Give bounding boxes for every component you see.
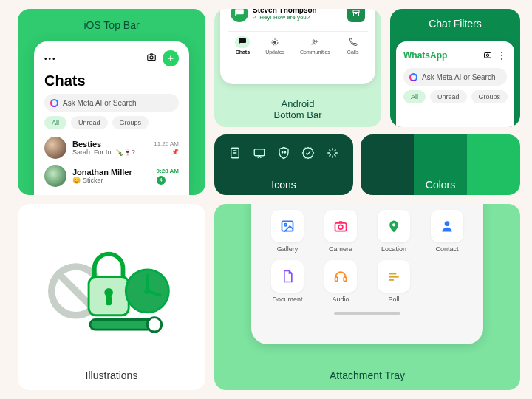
meta-ai-icon (409, 73, 417, 81)
chat-name: Steven Thompson (253, 9, 343, 14)
verified-badge-icon (301, 146, 315, 163)
attach-label: Poll (388, 296, 399, 303)
svg-point-23 (147, 318, 161, 332)
tab-communities[interactable]: Communities (300, 36, 330, 55)
tile-chat-filters: Chat Filters WhatsApp ⋮ Ask Meta AI or S… (390, 9, 520, 127)
attach-label: Document (272, 296, 302, 303)
attach-item-poll[interactable]: Poll (372, 260, 415, 303)
gallery-icon (271, 210, 304, 242)
svg-line-14 (60, 276, 92, 307)
filter-chips: All Unread Groups (403, 86, 507, 108)
chat-preview: 😊 Sticker (72, 177, 151, 184)
chat-popup-icon (253, 146, 266, 163)
attach-label: Audio (332, 296, 349, 303)
chip-unread[interactable]: Unread (71, 116, 108, 129)
chat-row[interactable]: Jonathan Miller 😊 Sticker 9:28 AM 4 (44, 162, 179, 190)
updates-icon (267, 36, 282, 48)
kebab-menu-icon[interactable]: ⋮ (497, 52, 507, 59)
app-brand: WhatsApp (403, 50, 447, 61)
attach-label: Location (381, 245, 406, 253)
tile-attachment-tray: GalleryCameraLocationContactDocumentAudi… (214, 204, 520, 390)
svg-rect-2 (353, 10, 359, 13)
camera-icon[interactable] (146, 52, 157, 65)
chat-time: 11:26 AM (154, 140, 179, 147)
color-swatch-3 (467, 134, 520, 195)
svg-rect-34 (389, 279, 394, 281)
ios-phone-frame: ••• Chats Ask Meta AI or Search All Unre… (34, 41, 189, 195)
svg-point-4 (274, 41, 276, 44)
attach-item-document[interactable]: Document (266, 260, 309, 303)
android-phone-frame: Steven Thompson ✓ Hey! How are you? Chat… (220, 9, 375, 84)
attach-item-gallery[interactable]: Gallery (266, 210, 309, 253)
search-input[interactable]: Ask Meta AI or Search (403, 68, 507, 86)
svg-rect-31 (344, 277, 346, 282)
meta-ai-icon (50, 99, 58, 107)
tile-icons: Icons (214, 134, 353, 195)
svg-point-27 (338, 225, 343, 229)
archive-button[interactable] (347, 9, 365, 22)
svg-point-25 (284, 224, 287, 226)
chip-unread[interactable]: Unread (430, 90, 467, 103)
svg-rect-26 (335, 223, 347, 231)
chat-name: Jonathan Miller (72, 168, 151, 177)
svg-rect-10 (254, 149, 265, 156)
tile-label-ios: iOS Top Bar (83, 19, 139, 31)
svg-rect-22 (90, 320, 154, 330)
attach-item-contact[interactable]: Contact (426, 210, 468, 253)
tab-chats[interactable]: Chats (235, 36, 250, 55)
shield-face-icon (277, 146, 290, 163)
svg-point-12 (284, 152, 286, 154)
svg-rect-17 (106, 296, 112, 306)
new-chat-button[interactable] (163, 50, 179, 66)
chat-row[interactable]: Besties Sarah: For tn: 🍾🍷? 11:26 AM 📌 (44, 134, 179, 162)
attach-item-audio[interactable]: Audio (319, 260, 362, 303)
tile-label-android: Android Bottom Bar (273, 98, 321, 121)
poll-icon (378, 260, 410, 293)
avatar (231, 9, 248, 22)
filters-phone-frame: WhatsApp ⋮ Ask Meta AI or Search All Unr… (396, 41, 514, 127)
more-menu-icon[interactable]: ••• (44, 55, 57, 63)
tile-android-bottom-bar: Steven Thompson ✓ Hey! How are you? Chat… (214, 9, 381, 127)
unread-badge: 4 (157, 176, 166, 185)
tab-updates[interactable]: Updates (265, 36, 284, 55)
tile-label-colors: Colors (426, 179, 455, 191)
filter-chips: All Unread Groups (44, 112, 179, 134)
pinned-icon: 📌 (154, 149, 179, 155)
attach-item-location[interactable]: Location (372, 210, 415, 253)
svg-rect-33 (389, 276, 398, 278)
svg-rect-30 (335, 277, 338, 282)
tile-label-filters: Chat Filters (429, 18, 482, 30)
page-title: Chats (44, 66, 179, 94)
svg-point-29 (445, 221, 450, 226)
chip-groups[interactable]: Groups (471, 90, 508, 103)
sticker-icon: 😊 (72, 177, 81, 184)
chip-all[interactable]: All (44, 116, 66, 129)
chip-all[interactable]: All (403, 90, 426, 103)
attachment-sheet: GalleryCameraLocationContactDocumentAudi… (251, 204, 483, 344)
svg-rect-24 (282, 221, 293, 231)
tab-calls[interactable]: Calls (346, 36, 361, 55)
attach-label: Camera (329, 245, 352, 253)
tile-illustrations: Illustrations (18, 204, 205, 390)
color-swatch-1 (361, 134, 414, 195)
tile-label-attach: Attachment Tray (330, 369, 405, 381)
location-icon (378, 210, 410, 242)
document-icon (271, 260, 304, 293)
svg-point-6 (316, 41, 318, 43)
search-input[interactable]: Ask Meta AI or Search (44, 94, 179, 112)
svg-rect-0 (148, 55, 156, 61)
search-placeholder: Ask Meta AI or Search (63, 99, 137, 107)
attach-label: Contact (435, 245, 458, 253)
svg-point-8 (486, 54, 489, 57)
camera-icon (324, 210, 357, 242)
svg-point-28 (392, 223, 395, 226)
chip-groups[interactable]: Groups (112, 116, 149, 129)
camera-icon[interactable] (483, 49, 492, 62)
svg-rect-32 (389, 273, 396, 275)
contact-icon (431, 210, 463, 242)
chat-preview: ✓ Hey! How are you? (253, 14, 343, 21)
tile-label-illustrations: Illustrations (86, 369, 138, 381)
sparkle-icon (326, 146, 339, 163)
bottom-tab-bar: Chats Updates Communities Calls (228, 31, 368, 55)
attach-item-camera[interactable]: Camera (319, 210, 362, 253)
